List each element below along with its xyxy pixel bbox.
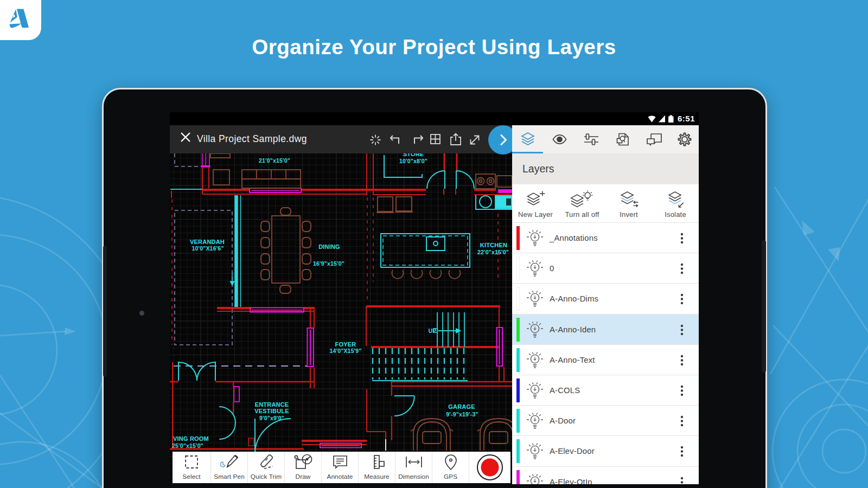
svg-text:GARAGE: GARAGE — [448, 403, 475, 410]
svg-text:DINING: DINING — [318, 243, 340, 250]
svg-text:KITCHEN: KITCHEN — [480, 242, 507, 248]
svg-text:10'0"X16'6": 10'0"X16'6" — [192, 245, 224, 252]
svg-text:UP: UP — [429, 328, 436, 334]
svg-text:21'0"x15'0": 21'0"x15'0" — [259, 157, 290, 164]
svg-text:9'0"x9'0": 9'0"x9'0" — [259, 415, 284, 421]
svg-text:22'0"x15'0": 22'0"x15'0" — [477, 249, 509, 255]
svg-text:ENTRANCE: ENTRANCE — [255, 401, 289, 408]
svg-text:10'0"x8'0": 10'0"x8'0" — [399, 158, 427, 164]
svg-text:VESTIBULE: VESTIBULE — [254, 408, 289, 414]
svg-text:9'-9"x19'-3": 9'-9"x19'-3" — [446, 411, 478, 418]
svg-text:25'0"x15'0": 25'0"x15'0" — [172, 442, 203, 449]
svg-text:STORE: STORE — [403, 153, 424, 157]
svg-text:16'9"x15'0": 16'9"x15'0" — [313, 260, 344, 267]
svg-text:14'0"X15'9": 14'0"X15'9" — [329, 348, 361, 354]
svg-text:FOYER: FOYER — [335, 341, 356, 348]
svg-text:VING ROOM: VING ROOM — [173, 435, 209, 442]
svg-text:VERANDAH: VERANDAH — [190, 239, 225, 245]
